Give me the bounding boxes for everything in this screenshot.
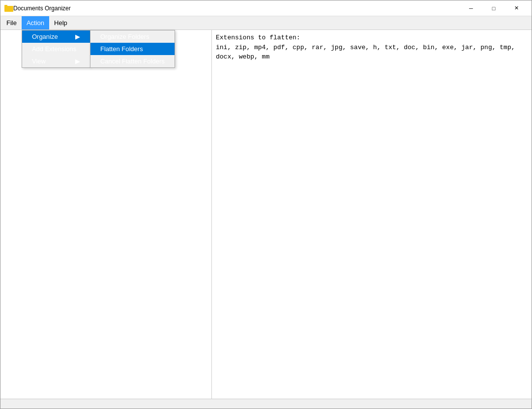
organize-submenu: Organize Folders Flatten Folders Cancel … [90,30,175,68]
main-window: Documents Organizer ─ □ ✕ File Action Or… [0,0,532,409]
svg-rect-2 [4,5,7,7]
main-content: Extensions to flatten: ini, zip, mp4, pd… [0,30,532,399]
title-bar: Documents Organizer ─ □ ✕ [0,0,532,16]
submenu-cancel-flatten-folders[interactable]: Cancel Flatten Folders [90,55,175,67]
window-controls: ─ □ ✕ [460,0,528,16]
minimize-button[interactable]: ─ [460,0,482,16]
action-dropdown-add-extensions[interactable]: Add Extensions [22,43,90,55]
action-dropdown: Organize ▶ Organize Folders Flatten Fold… [22,30,90,68]
status-bar [0,399,532,409]
view-arrow-icon: ▶ [75,58,80,65]
extensions-text: Extensions to flatten: ini, zip, mp4, pd… [216,33,528,62]
submenu-organize-folders[interactable]: Organize Folders [90,30,175,43]
left-panel [0,30,212,399]
submenu-flatten-folders[interactable]: Flatten Folders [90,43,175,55]
close-button[interactable]: ✕ [505,0,528,16]
action-dropdown-organize[interactable]: Organize ▶ Organize Folders Flatten Fold… [22,30,90,43]
app-icon [4,4,13,13]
menu-bar: File Action Organize ▶ Organize Folders … [0,16,532,30]
right-panel: Extensions to flatten: ini, zip, mp4, pd… [212,30,532,399]
submenu-arrow-icon: ▶ [75,33,80,40]
action-dropdown-view[interactable]: View ▶ [22,55,90,67]
window-title: Documents Organizer [13,5,460,12]
menu-item-action[interactable]: Action Organize ▶ Organize Folders Flatt… [22,16,49,29]
menu-item-help[interactable]: Help [49,16,72,29]
maximize-button[interactable]: □ [482,0,505,16]
menu-item-file[interactable]: File [1,16,22,29]
